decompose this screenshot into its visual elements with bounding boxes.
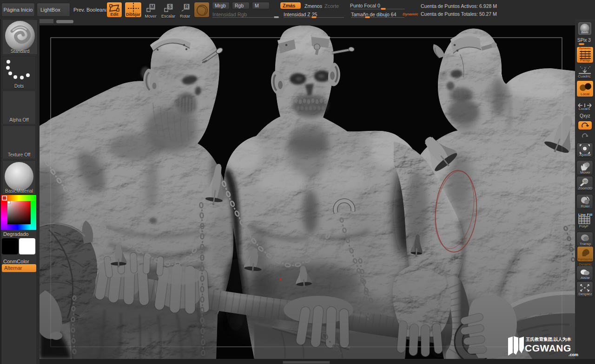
svg-text:.com: .com: [569, 352, 578, 357]
svg-text:R: R: [185, 4, 189, 9]
svg-text:S: S: [168, 4, 172, 9]
svg-text:M: M: [150, 4, 154, 9]
svg-text:3D: 3D: [583, 180, 588, 183]
svg-text:王氏教育集团,以人为本: 王氏教育集团,以人为本: [525, 337, 571, 342]
svg-text:CGWANG: CGWANG: [525, 343, 571, 353]
